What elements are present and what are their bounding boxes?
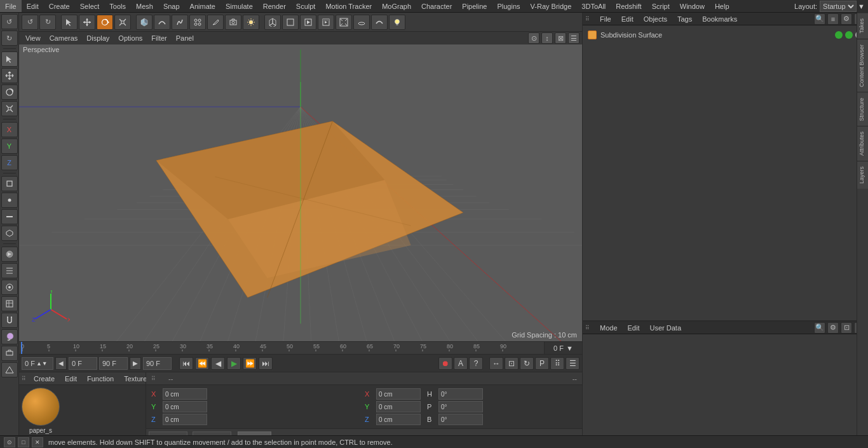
attr-menu-user-data[interactable]: User Data xyxy=(648,324,684,332)
obj-visibility-dot[interactable] xyxy=(835,31,843,39)
goto-start-btn[interactable]: ⏮ xyxy=(179,357,193,370)
scale-btn[interactable] xyxy=(114,15,131,30)
viewport-cube-btn[interactable] xyxy=(136,15,153,30)
deform-btn[interactable] xyxy=(172,15,188,30)
top-undo-btn[interactable]: ↺ xyxy=(22,15,38,30)
scale-tool-pb[interactable]: ⊡ xyxy=(505,357,519,370)
material-item[interactable]: paper_s xyxy=(22,388,60,434)
tool-btn-extra2[interactable] xyxy=(1,362,18,377)
current-frame-field[interactable]: 0 F ▲▼ xyxy=(22,357,53,370)
mat-menu-edit[interactable]: Edit xyxy=(62,375,79,383)
menu-create[interactable]: Create xyxy=(44,0,75,12)
redo-button[interactable]: ↻ xyxy=(1,31,18,46)
front-view-btn[interactable] xyxy=(282,15,299,30)
move-btn[interactable] xyxy=(79,15,95,30)
attr-menu-mode[interactable]: Mode xyxy=(597,324,620,332)
live-select-btn[interactable] xyxy=(61,15,78,30)
points-mode-btn[interactable] xyxy=(1,193,18,208)
axis-z-btn[interactable]: Z xyxy=(1,155,18,170)
status-icon-2[interactable]: □ xyxy=(18,437,29,447)
attr-expand-btn[interactable]: ⊡ xyxy=(841,322,852,334)
menu-file[interactable]: File xyxy=(0,0,22,12)
key-btn[interactable]: ? xyxy=(469,357,483,370)
goto-end-btn[interactable]: ⏭ xyxy=(259,357,273,370)
render-view-btn[interactable] xyxy=(318,15,334,30)
render-btn[interactable] xyxy=(1,247,18,262)
obj-search-btn[interactable]: 🔍 xyxy=(814,13,825,25)
prev-frame-btn[interactable]: ⏪ xyxy=(195,357,209,370)
vp-menu-display[interactable]: Display xyxy=(83,32,113,44)
bulb-btn[interactable] xyxy=(389,15,405,30)
axis-y-btn[interactable]: Y xyxy=(1,139,18,154)
menu-motion-tracker[interactable]: Motion Tracker xyxy=(320,0,377,12)
menu-pipeline[interactable]: Pipeline xyxy=(457,0,492,12)
timeline-ticks[interactable]: 0 5 10 15 20 25 30 35 xyxy=(19,341,582,354)
side-tab-takes[interactable]: Takes xyxy=(857,13,868,39)
anim-btn[interactable] xyxy=(1,263,18,278)
rotate-btn[interactable] xyxy=(97,15,113,30)
obj-menu-edit[interactable]: Edit xyxy=(619,15,636,23)
coord-p-input[interactable]: 0° xyxy=(438,401,483,412)
keyframe-btn[interactable]: P xyxy=(535,357,549,370)
axis-x-btn[interactable]: X xyxy=(1,122,18,137)
play-btn[interactable]: ▶ xyxy=(227,357,241,370)
layout-select[interactable]: Startup xyxy=(820,1,857,12)
edges-mode-btn[interactable] xyxy=(1,209,18,224)
menu-window[interactable]: Window xyxy=(675,0,710,12)
timeline-view-btn[interactable]: ☰ xyxy=(566,357,580,370)
pen-btn[interactable] xyxy=(207,15,224,30)
menu-snap[interactable]: Snap xyxy=(158,0,185,12)
attr-search-btn[interactable]: 🔍 xyxy=(814,322,825,334)
vp-menu-panel[interactable]: Panel xyxy=(172,32,198,44)
nurbs-btn[interactable] xyxy=(154,15,170,30)
paint-btn[interactable] xyxy=(1,329,18,344)
obj-menu-objects[interactable]: Objects xyxy=(641,15,670,23)
vp-icon-2[interactable]: ↕ xyxy=(541,32,553,44)
attr-menu-edit[interactable]: Edit xyxy=(625,324,642,332)
object-mode-btn[interactable] xyxy=(1,176,18,191)
menu-animate[interactable]: Animate xyxy=(185,0,220,12)
move-tool-pb[interactable]: ↔ xyxy=(489,357,503,370)
move-mode-btn[interactable] xyxy=(1,68,18,83)
vp-menu-view[interactable]: View xyxy=(22,32,44,44)
next-frame-btn[interactable]: ⏩ xyxy=(243,357,257,370)
attr-filter-btn[interactable]: ⚙ xyxy=(827,322,839,334)
side-tab-content-browser[interactable]: Content Browser xyxy=(857,39,868,92)
material-swatch[interactable] xyxy=(22,388,60,426)
menu-3dtoall[interactable]: 3DToAll xyxy=(576,0,611,12)
vp-icon-1[interactable]: ⊙ xyxy=(528,32,539,44)
texture-btn[interactable] xyxy=(1,296,18,311)
polygons-mode-btn[interactable] xyxy=(1,226,18,241)
status-icon-1[interactable]: ⊙ xyxy=(4,437,15,447)
status-icon-3[interactable]: ✕ xyxy=(32,437,43,447)
obj-menu-tags[interactable]: Tags xyxy=(675,15,695,23)
viewport[interactable]: View Cameras Display Options Filter Pane… xyxy=(19,32,582,341)
menu-help[interactable]: Help xyxy=(710,0,735,12)
array-btn[interactable] xyxy=(189,15,206,30)
mat-menu-create[interactable]: Create xyxy=(31,375,57,383)
playback-btn[interactable] xyxy=(300,15,316,30)
menu-character[interactable]: Character xyxy=(416,0,457,12)
menu-render[interactable]: Render xyxy=(258,0,291,12)
start-frame-field[interactable]: 0 F xyxy=(69,357,97,370)
record-btn[interactable]: ⏺ xyxy=(438,357,452,370)
undo-button[interactable]: ↺ xyxy=(1,14,18,29)
coord-b-input[interactable]: 0° xyxy=(438,414,483,425)
perspective-btn[interactable] xyxy=(264,15,281,30)
mat-menu-function[interactable]: Function xyxy=(85,375,116,383)
coord-h-input[interactable]: 0° xyxy=(438,388,483,400)
vp-icon-3[interactable]: ⊠ xyxy=(555,32,566,44)
vp-menu-options[interactable]: Options xyxy=(114,32,146,44)
rotate-tool-pb[interactable]: ↻ xyxy=(520,357,534,370)
menu-simulate[interactable]: Simulate xyxy=(220,0,258,12)
menu-script[interactable]: Script xyxy=(647,0,675,12)
menu-vray[interactable]: V-Ray Bridge xyxy=(526,0,577,12)
side-tab-layers[interactable]: Layers xyxy=(857,161,868,189)
obj-menu-file[interactable]: File xyxy=(597,15,614,23)
rotate-mode-btn[interactable] xyxy=(1,85,18,100)
menu-edit[interactable]: Edit xyxy=(22,0,44,12)
menu-select[interactable]: Select xyxy=(75,0,105,12)
dope-btn[interactable]: ⠿ xyxy=(550,357,564,370)
mat-menu-texture[interactable]: Texture xyxy=(121,375,149,383)
top-redo-btn[interactable]: ↻ xyxy=(39,15,56,30)
